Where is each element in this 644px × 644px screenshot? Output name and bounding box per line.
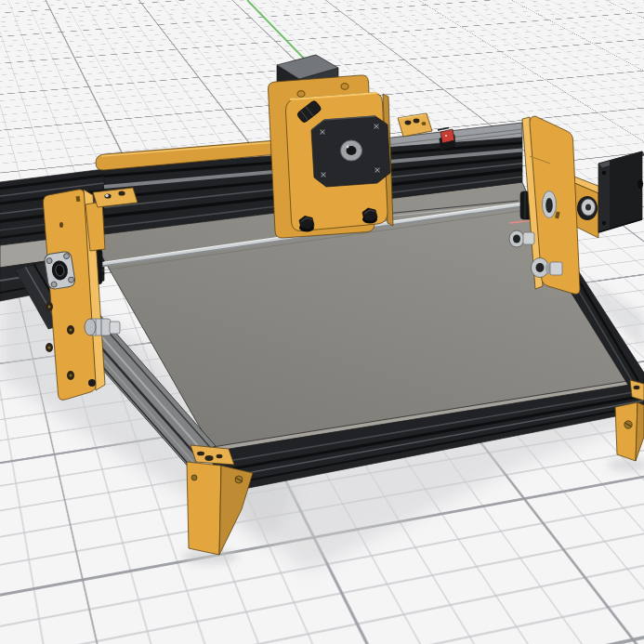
cad-viewport[interactable] <box>0 0 644 644</box>
carriage-bolt-left <box>299 217 314 232</box>
left-roller-bearing[interactable] <box>85 319 120 335</box>
carriage-stepper-motor[interactable] <box>311 116 390 187</box>
limit-switch[interactable] <box>438 128 455 151</box>
left-bearing-flange[interactable] <box>44 251 76 290</box>
carriage-bolt-right <box>362 208 377 224</box>
y-axis-line <box>247 0 307 61</box>
right-shaft-bearing[interactable] <box>543 191 557 218</box>
right-roller-bearing-upper[interactable] <box>509 230 534 247</box>
beam-bracket[interactable] <box>398 113 432 137</box>
left-bolt-end <box>88 379 96 387</box>
model-overlay <box>0 0 644 644</box>
carriage-assembly[interactable] <box>268 55 393 238</box>
right-stepper-motor[interactable] <box>572 151 644 238</box>
